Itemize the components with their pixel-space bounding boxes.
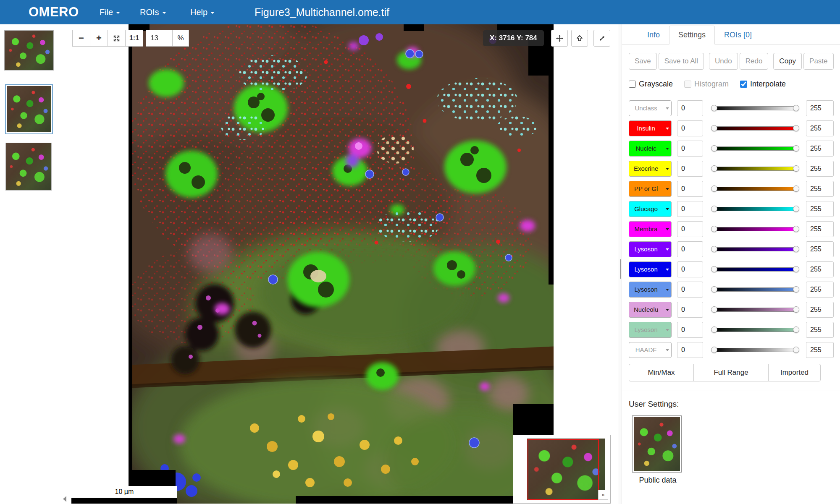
channel-dropdown-button[interactable] — [663, 262, 671, 277]
channel-end-input[interactable] — [806, 261, 834, 277]
channel-start-input[interactable] — [677, 120, 703, 136]
navigator-viewport-rect[interactable] — [528, 439, 599, 500]
channel-toggle-button[interactable]: Lysoson — [629, 241, 672, 257]
omero-logo[interactable]: OMERO — [29, 0, 79, 24]
channel-slider-handle-min[interactable] — [711, 286, 717, 292]
channel-toggle-button[interactable]: Glucago — [629, 201, 672, 217]
channel-dropdown-button[interactable] — [663, 141, 671, 156]
channel-slider-handle-max[interactable] — [793, 306, 799, 313]
channel-start-input[interactable] — [677, 241, 703, 257]
channel-start-input[interactable] — [677, 181, 703, 197]
tab-settings[interactable]: Settings — [669, 26, 715, 44]
copy-button[interactable]: Copy — [773, 53, 802, 70]
channel-slider-handle-max[interactable] — [793, 246, 799, 252]
channel-toggle-button[interactable]: Membra — [629, 221, 672, 237]
channel-toggle-button[interactable]: Lysoson — [629, 322, 672, 338]
channel-dropdown-button[interactable] — [663, 161, 671, 176]
channel-end-input[interactable] — [806, 322, 834, 338]
channel-dropdown-button[interactable] — [663, 222, 671, 237]
channel-slider-handle-min[interactable] — [711, 246, 717, 252]
channel-range-slider[interactable] — [712, 287, 798, 292]
one-to-one-zoom-button[interactable]: 1:1 — [125, 30, 143, 47]
channel-start-input[interactable] — [677, 342, 703, 358]
channel-toggle-button[interactable]: Nucleolu — [629, 302, 672, 318]
channel-dropdown-button[interactable] — [663, 302, 671, 317]
interpolate-toggle[interactable]: Interpolate — [740, 80, 786, 89]
channel-range-slider[interactable] — [712, 227, 798, 231]
channel-slider-handle-max[interactable] — [793, 326, 799, 333]
zoom-out-button[interactable]: − — [72, 30, 90, 47]
collapse-thumbnail-panel-arrow[interactable] — [63, 496, 66, 502]
channel-end-input[interactable] — [806, 282, 834, 298]
channel-slider-handle-max[interactable] — [793, 206, 799, 212]
channel-slider-handle-min[interactable] — [711, 125, 717, 131]
navigator-collapse-button[interactable]: « — [598, 490, 608, 500]
tab-rois[interactable]: ROIs [0] — [715, 26, 761, 44]
channel-dropdown-button[interactable] — [663, 201, 671, 217]
menu-help[interactable]: Help — [190, 0, 215, 24]
channel-slider-handle-max[interactable] — [793, 226, 799, 232]
grayscale-checkbox[interactable] — [629, 81, 636, 88]
channel-end-input[interactable] — [806, 100, 834, 116]
channel-range-slider[interactable] — [712, 146, 798, 151]
channel-slider-handle-min[interactable] — [711, 266, 717, 272]
channel-range-slider[interactable] — [712, 247, 798, 251]
channel-dropdown-button[interactable] — [663, 242, 671, 257]
channel-slider-handle-min[interactable] — [711, 347, 717, 353]
channel-dropdown-button[interactable] — [663, 101, 671, 116]
channel-start-input[interactable] — [677, 282, 703, 298]
fullscreen-button[interactable] — [593, 30, 610, 47]
channel-dropdown-button[interactable] — [663, 181, 671, 196]
user-settings-thumbnail[interactable] — [632, 415, 682, 473]
menu-rois[interactable]: ROIs — [140, 0, 166, 24]
channel-end-input[interactable] — [806, 201, 834, 217]
center-image-button[interactable] — [551, 30, 568, 47]
thumbnail-2-selected[interactable] — [5, 84, 53, 134]
channel-start-input[interactable] — [677, 221, 703, 237]
channel-toggle-button[interactable]: Insulin — [629, 120, 672, 136]
channel-slider-handle-min[interactable] — [711, 165, 717, 172]
channel-range-slider[interactable] — [712, 267, 798, 272]
channel-toggle-button[interactable]: PP or Gl — [629, 181, 672, 197]
channel-range-slider[interactable] — [712, 126, 798, 131]
redo-button[interactable]: Redo — [740, 53, 769, 70]
channel-slider-handle-max[interactable] — [793, 266, 799, 272]
channel-toggle-button[interactable]: Nucleic — [629, 141, 672, 157]
channel-end-input[interactable] — [806, 181, 834, 197]
full-range-button[interactable]: Full Range — [693, 364, 769, 381]
menu-file[interactable]: File — [100, 0, 120, 24]
grayscale-toggle[interactable]: Grayscale — [629, 80, 673, 89]
channel-start-input[interactable] — [677, 302, 703, 318]
channel-slider-handle-max[interactable] — [793, 165, 799, 172]
save-to-all-button[interactable]: Save to All — [659, 53, 704, 70]
channel-end-input[interactable] — [806, 342, 834, 358]
channel-end-input[interactable] — [806, 221, 834, 237]
channel-start-input[interactable] — [677, 141, 703, 157]
paste-button[interactable]: Paste — [803, 53, 833, 70]
imported-button[interactable]: Imported — [768, 364, 821, 381]
channel-end-input[interactable] — [806, 161, 834, 177]
zoom-percent-input[interactable] — [146, 30, 173, 47]
channel-start-input[interactable] — [677, 100, 703, 116]
zoom-in-button[interactable]: + — [90, 30, 108, 47]
channel-slider-handle-min[interactable] — [711, 105, 717, 111]
channel-range-slider[interactable] — [712, 308, 798, 312]
channel-slider-handle-max[interactable] — [793, 145, 799, 151]
channel-slider-handle-min[interactable] — [711, 306, 717, 313]
channel-toggle-button[interactable]: Unclass — [629, 100, 672, 116]
channel-toggle-button[interactable]: Lysoson — [629, 282, 672, 298]
channel-slider-handle-min[interactable] — [711, 326, 717, 333]
channel-range-slider[interactable] — [712, 187, 798, 191]
channel-dropdown-button[interactable] — [663, 282, 671, 297]
channel-slider-handle-max[interactable] — [793, 185, 799, 192]
histogram-checkbox[interactable] — [684, 81, 691, 88]
channel-start-input[interactable] — [677, 261, 703, 277]
percent-button[interactable]: % — [172, 30, 189, 47]
channel-dropdown-button[interactable] — [663, 322, 671, 337]
channel-slider-handle-max[interactable] — [793, 347, 799, 353]
channel-range-slider[interactable] — [712, 106, 798, 110]
channel-end-input[interactable] — [806, 141, 834, 157]
channel-slider-handle-max[interactable] — [793, 125, 799, 131]
channel-end-input[interactable] — [806, 241, 834, 257]
minmax-button[interactable]: Min/Max — [629, 364, 694, 381]
